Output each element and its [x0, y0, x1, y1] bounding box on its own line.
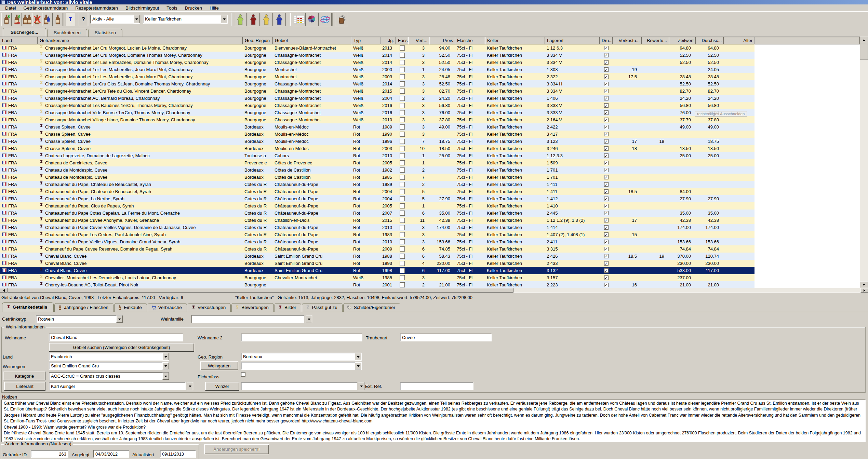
table-row[interactable]: FRAChateauneuf du Pape, Chateau de Beauc… [0, 181, 755, 188]
fass-checkbox[interactable] [400, 139, 405, 144]
scroll-up-button[interactable] [860, 37, 868, 43]
detail-tab-jahrg-nge-flaschen[interactable]: Jahrgänge / Flaschen [54, 303, 113, 312]
printed-checkbox[interactable]: ✓ [604, 182, 609, 187]
column-header-zeitwert[interactable]: Zeitwert [669, 37, 696, 44]
horizontal-scrollbar[interactable] [0, 288, 868, 293]
scroll-down-button[interactable] [860, 281, 868, 288]
table-row[interactable]: FRAChassagne-Montrachet Vide-Bourse 1erC… [0, 109, 755, 116]
column-header-keller[interactable]: Keller [485, 37, 545, 44]
table-row[interactable]: FRAChateauneuf du Pape, Chateau de Beauc… [0, 188, 755, 195]
chevron-down-icon[interactable] [221, 15, 227, 23]
table-row[interactable]: FRAChevalier- Montrachet Les Demoiselles… [0, 274, 755, 281]
table-row[interactable]: FRAChateneuf du Pape Cuvee Reservee, Dom… [0, 245, 755, 253]
fass-checkbox[interactable] [400, 132, 405, 137]
tab-suchkriterien[interactable]: Suchkriterien [47, 29, 87, 37]
table-row[interactable]: FRAChassagne-Montrachet 1er Les Macherel… [0, 66, 755, 73]
table-row[interactable]: FRAChassagne-Montrachet Village blanc, D… [0, 116, 755, 123]
table-row[interactable]: FRAChasse Spleen, CuveeBordeauxMoulis-en… [0, 131, 755, 138]
printed-checkbox[interactable]: ✓ [604, 153, 609, 158]
printed-checkbox[interactable]: ✓ [604, 75, 609, 79]
fass-checkbox[interactable] [400, 153, 405, 158]
printed-checkbox[interactable]: ✓ [604, 139, 609, 144]
detail-tab-getr-nkedetails[interactable]: Getränkedetails [2, 302, 54, 312]
printed-checkbox[interactable]: ✓ [604, 89, 609, 93]
geo-region-dropdown[interactable]: Bordeaux [241, 353, 362, 361]
table-row[interactable]: FRAChassagne-Montrachet 1er Les Macherel… [0, 73, 755, 80]
table-row[interactable]: FRAChateauneuf du Pape Cotes Capelan, La… [0, 210, 755, 217]
bottle-single-button[interactable] [53, 13, 63, 26]
bottle-dollar-button[interactable]: $ [1, 13, 12, 26]
save-changes-button[interactable]: Änderungen speichern! [204, 444, 269, 454]
table-row[interactable]: FRAChassagne-Montrachet 1erCru Clos St.J… [0, 80, 755, 87]
table-row[interactable]: FRAChateau de Garcinieres, CuveeProvence… [0, 159, 755, 166]
table-row[interactable]: FRACheval Blanc, CuveeBordeauxSaint Emil… [0, 260, 755, 267]
fass-checkbox[interactable] [400, 146, 405, 151]
menu-item-getr-nkestammdaten[interactable]: Getränkestammdaten [20, 5, 72, 11]
traubenart-field[interactable] [400, 334, 492, 341]
chevron-down-icon[interactable] [162, 353, 169, 360]
bottle-delete-button[interactable] [32, 13, 42, 26]
table-row[interactable]: FRAChasse Spleen, CuveeBordeauxMoulis-en… [0, 138, 755, 145]
fass-checkbox[interactable] [400, 175, 405, 180]
fass-checkbox[interactable] [400, 74, 405, 79]
chevron-down-icon[interactable] [355, 362, 361, 369]
column-header-gebiet[interactable]: Gebiet [273, 37, 351, 44]
printed-checkbox[interactable]: ✓ [604, 82, 609, 86]
fass-checkbox[interactable] [400, 96, 405, 101]
fass-checkbox[interactable] [400, 254, 405, 259]
fass-checkbox[interactable] [400, 89, 405, 94]
aktualisiert-field[interactable] [160, 450, 196, 458]
angelegt-field[interactable] [93, 450, 129, 458]
printed-checkbox[interactable]: ✓ [604, 254, 609, 258]
printed-checkbox[interactable]: ✓ [604, 125, 609, 129]
kategorie-button[interactable]: Kategorie [3, 372, 45, 380]
vertical-scroll-thumb[interactable] [860, 44, 868, 59]
fass-checkbox[interactable] [400, 160, 405, 165]
weinfamilie-dropdown-button[interactable] [306, 315, 312, 323]
printed-checkbox[interactable]: ✓ [604, 240, 609, 244]
table-row[interactable]: FRAChorey-les-Beaune AC, Tollot-Beaut, P… [0, 281, 755, 288]
chevron-down-icon[interactable] [162, 373, 169, 380]
getraenke-id-field[interactable] [31, 450, 68, 458]
printed-checkbox[interactable]: ✓ [604, 189, 609, 194]
table-row[interactable]: FRACheval Blanc, CuveeBordeauxSaint Emil… [0, 253, 755, 260]
fass-checkbox[interactable] [400, 110, 405, 115]
printed-checkbox[interactable]: ✓ [604, 268, 609, 273]
chevron-down-icon[interactable] [116, 315, 123, 323]
fass-checkbox[interactable] [400, 232, 405, 237]
person-green-button[interactable] [234, 13, 247, 26]
gebiet-suchen-button[interactable]: Gebiet suchen (Weinregion oder Getränkeg… [49, 343, 194, 352]
fass-checkbox[interactable] [400, 67, 405, 72]
chevron-down-icon[interactable] [133, 15, 140, 23]
fass-checkbox[interactable] [400, 275, 405, 280]
menu-item-drucken[interactable]: Drucken [181, 5, 206, 11]
status-filter-dropdown[interactable]: Aktiv - Alle [90, 15, 140, 24]
table-row[interactable]: FRAChateauneuf du Pape, Clos de Papes, S… [0, 202, 755, 210]
printed-checkbox[interactable]: ✓ [604, 46, 609, 50]
table-row[interactable]: FRAChateauneuf du Pape, La Nerthe, Syrah… [0, 195, 755, 202]
lieferant-button[interactable]: Lieferant [4, 382, 45, 391]
chevron-down-icon[interactable] [162, 362, 169, 369]
column-header-bewertung[interactable]: Bewertu... [642, 37, 669, 44]
column-header-typ[interactable]: Typ [351, 37, 380, 44]
menu-item-datei[interactable]: Datei [1, 5, 20, 11]
detail-tab-eink-ufe[interactable]: Einkäufe [114, 303, 147, 312]
printed-checkbox[interactable]: ✓ [604, 218, 609, 222]
pie-chart-button[interactable] [306, 13, 319, 26]
printed-checkbox[interactable]: ✓ [604, 67, 609, 72]
detail-tab-bilder[interactable]: Bilder [275, 303, 302, 312]
table-row[interactable]: FRAChateauneuf du Pape Cuvee Vielles Vig… [0, 224, 755, 231]
detail-tab-bewertungen[interactable]: Bewertungen [231, 303, 274, 312]
printed-checkbox[interactable]: ✓ [604, 204, 609, 208]
bottle-pair-button[interactable] [22, 13, 32, 26]
menu-item-rezeptestammdaten[interactable]: Rezeptestammdaten [71, 5, 122, 11]
menu-item-tools[interactable]: Tools [163, 5, 181, 11]
person-blue-button[interactable] [273, 13, 286, 26]
printed-checkbox[interactable]: ✓ [604, 275, 609, 280]
table-row[interactable]: FRAChassagne-Montrachet AC, Bernard More… [0, 95, 755, 102]
bottle-1955-button[interactable]: $1955 [12, 13, 22, 26]
winzer-button[interactable]: Winzer [205, 382, 239, 391]
person-yellow-button[interactable] [260, 13, 273, 26]
column-header-preis[interactable]: Preis [429, 37, 455, 44]
notizen-textarea[interactable]: Ganz früher war Cheval Blanc einst eine … [1, 400, 866, 442]
